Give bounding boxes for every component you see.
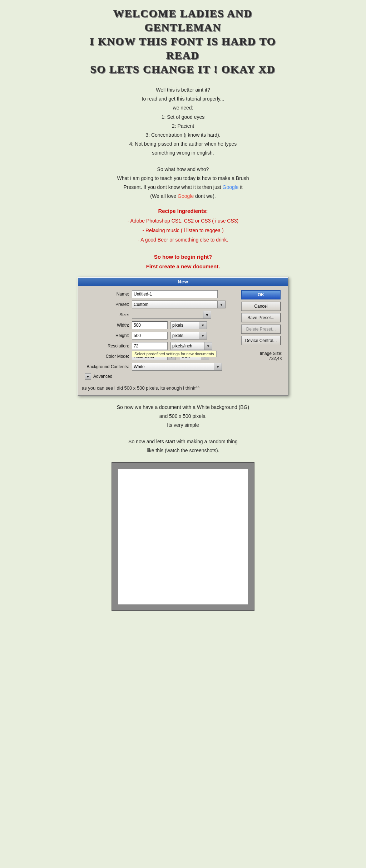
name-input[interactable] — [132, 290, 218, 298]
color-mode-label: Color Mode: — [82, 354, 132, 359]
width-unit-wrapper: pixels ▼ — [170, 321, 207, 329]
preset-row: Preset: Custom ▼ — [82, 301, 238, 308]
width-label: Width: — [82, 323, 132, 328]
random-thing-section: So now and lets start with making a rand… — [76, 437, 290, 455]
size-arrow[interactable]: ▼ — [203, 311, 211, 319]
recipe-section: Recipe Ingredients: - Adobe Photoshop CS… — [76, 208, 290, 245]
resolution-row: Resolution: pixels/inch ▼ Select predefi… — [82, 342, 238, 350]
width-unit-arrow[interactable]: ▼ — [199, 321, 207, 329]
save-preset-button[interactable]: Save Preset... — [241, 313, 281, 322]
resolution-label: Resolution: — [82, 343, 132, 348]
canvas-wrapper — [112, 462, 254, 611]
resolution-input[interactable] — [132, 342, 168, 350]
width-input[interactable] — [132, 321, 168, 329]
dialog-caption: as you can see i did 500 x 500 pixels, i… — [78, 383, 288, 395]
width-row: Width: pixels ▼ — [82, 321, 238, 329]
size-label: Size: — [82, 312, 132, 317]
name-label: Name: — [82, 292, 132, 297]
height-label: Height: — [82, 333, 132, 338]
begin-line-2: First create a new document. — [76, 262, 290, 271]
dialog-sidebar: OK Cancel Save Preset... Delete Preset..… — [241, 290, 284, 380]
recipe-item-3: - A good Beer or something else to drink… — [76, 235, 290, 245]
device-central-button[interactable]: Device Central... — [241, 336, 281, 345]
advanced-row: ▼ Advanced — [85, 373, 238, 380]
canvas-area — [118, 469, 248, 605]
width-unit-select[interactable]: pixels — [170, 321, 199, 329]
preset-select-wrapper: Custom ▼ — [132, 301, 228, 308]
begin-line-1: So how to begin right? — [76, 252, 290, 262]
image-size-label: Image Size: — [241, 351, 282, 356]
height-unit-arrow[interactable]: ▼ — [199, 332, 207, 340]
bg-contents-arrow[interactable]: ▼ — [214, 363, 222, 371]
bg-contents-row: Background Contents: White ▼ — [82, 363, 238, 371]
bg-contents-wrapper: White ▼ — [132, 363, 222, 371]
header-title: WELCOME LADIES AND GENTLEMAN I KNOW THIS… — [76, 4, 290, 79]
height-unit-wrapper: pixels ▼ — [170, 332, 207, 340]
tooltip-box: Select predefined settings for new docum… — [132, 351, 217, 357]
size-input[interactable] — [132, 311, 203, 319]
resolution-unit-arrow[interactable]: ▼ — [204, 342, 212, 350]
height-row: Height: pixels ▼ — [82, 332, 238, 340]
advanced-toggle[interactable]: ▼ — [85, 373, 91, 380]
size-input-wrapper: ▼ — [132, 311, 211, 319]
recipe-title: Recipe Ingredients: — [76, 208, 290, 214]
size-row: Size: ▼ — [82, 311, 238, 319]
advanced-label: Advanced — [93, 374, 112, 379]
google-link-1[interactable]: Google — [223, 184, 239, 190]
intro-section: Well this is better aint it? to read and… — [76, 86, 290, 158]
recipe-item-2: - Relaxing music ( i listen to reggea ) — [76, 226, 290, 235]
begin-section: So how to begin right? First create a ne… — [76, 252, 290, 271]
height-unit-select[interactable]: pixels — [170, 332, 199, 340]
after-dialog-section: So now we have a document with a White b… — [76, 403, 290, 430]
preset-dropdown-arrow[interactable]: ▼ — [218, 301, 226, 308]
dialog-form: Name: Preset: Custom ▼ Size: — [82, 290, 238, 380]
who-section: So what how and who? What i am going to … — [76, 165, 290, 201]
bg-contents-label: Background Contents: — [82, 364, 132, 369]
image-size-value: 732,4K — [241, 356, 282, 361]
bg-contents-select[interactable]: White — [132, 363, 214, 371]
google-link-2[interactable]: Google — [178, 193, 194, 199]
new-document-dialog: New Name: Preset: Custom ▼ — [78, 277, 288, 396]
height-input[interactable] — [132, 332, 168, 340]
image-size-info: Image Size: 732,4K — [241, 351, 284, 361]
resolution-unit-select[interactable]: pixels/inch — [170, 342, 204, 350]
preset-label: Preset: — [82, 302, 132, 307]
dialog-buttons: OK Cancel Save Preset... Delete Preset..… — [241, 290, 284, 345]
cancel-button[interactable]: Cancel — [241, 302, 281, 311]
delete-preset-button[interactable]: Delete Preset... — [241, 325, 281, 334]
ok-button[interactable]: OK — [241, 290, 281, 299]
name-row: Name: — [82, 290, 238, 298]
resolution-unit-wrapper: pixels/inch ▼ — [170, 342, 212, 350]
recipe-item-1: - Adobe Photoshop CS1, CS2 or CS3 ( i us… — [76, 216, 290, 226]
preset-select[interactable]: Custom — [132, 301, 218, 308]
dialog-titlebar: New — [78, 278, 288, 286]
